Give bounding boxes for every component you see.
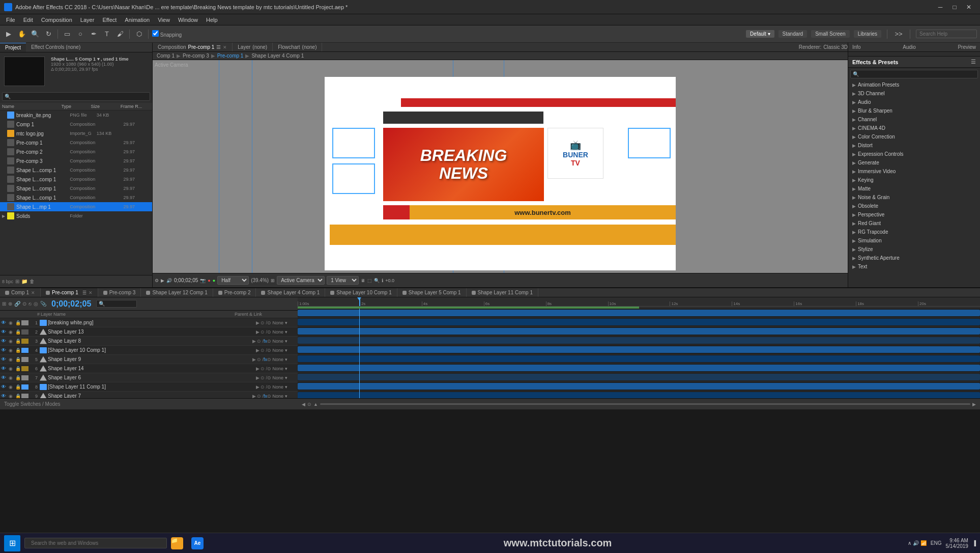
timeline-tab-precomp3[interactable]: Pre-comp 3: [98, 288, 141, 297]
close-button[interactable]: ✕: [962, 0, 976, 14]
layer-row-9[interactable]: 👁 ◉ 🔒 9 Shape Layer 7 ▶ ⊙ / fx ⊙ None ▾: [0, 392, 298, 398]
category-cinema4d[interactable]: ▶ CINEMA 4D: [848, 124, 980, 132]
layer-lock-2[interactable]: 🔒: [14, 329, 21, 335]
list-item[interactable]: Comp 1 Composition 29.97: [0, 120, 152, 129]
layer-lock-5[interactable]: 🔒: [14, 357, 21, 362]
snapshot-btn[interactable]: 📷: [200, 278, 206, 283]
layer-options-1[interactable]: ⊙: [261, 320, 265, 325]
snapping-checkbox[interactable]: [152, 30, 159, 37]
menu-view[interactable]: View: [154, 16, 174, 24]
comp-magnify-btn[interactable]: 🔍: [374, 278, 380, 283]
layer-solo-1[interactable]: ◉: [7, 320, 14, 325]
layer-solo-7[interactable]: ◉: [7, 375, 14, 380]
comp-preview-btn[interactable]: ▶: [161, 278, 164, 283]
layer-visibility-2[interactable]: 👁: [0, 329, 7, 335]
playhead[interactable]: [359, 297, 360, 306]
tl-foot-btn3[interactable]: ▲: [313, 402, 318, 407]
tool-brush[interactable]: 🖌: [114, 29, 126, 40]
menu-help[interactable]: Help: [202, 16, 222, 24]
help-search-input[interactable]: [916, 30, 977, 38]
layer-options-3[interactable]: ⊙: [257, 339, 261, 344]
region-btn[interactable]: ⬚: [367, 278, 372, 283]
tab-info[interactable]: Info: [848, 43, 865, 51]
layer-row-6[interactable]: 👁 ◉ 🔒 6 Shape Layer 14 ▶ ⊙ / ⊙ None ▾: [0, 364, 298, 373]
grid-btn[interactable]: ⊞: [271, 278, 275, 283]
layer-solo-4[interactable]: ◉: [7, 348, 14, 353]
layer-row-7[interactable]: 👁 ◉ 🔒 7 Shape Layer 6 ▶ ⊙ / ⊙ None ▾: [0, 373, 298, 382]
workspace-more[interactable]: >>: [893, 29, 904, 40]
menu-composition[interactable]: Composition: [37, 16, 76, 24]
tool-hand[interactable]: ✋: [16, 29, 27, 40]
breadcrumb-item-precomp1[interactable]: Pre-comp 1: [217, 53, 244, 59]
list-item[interactable]: Shape L...comp 1 Composition 29.97: [0, 193, 152, 202]
layer-solo-3[interactable]: ◉: [7, 339, 14, 344]
comp-tab-close[interactable]: ✕: [223, 45, 227, 50]
layer-options-2[interactable]: ⊙: [261, 329, 265, 335]
layer-row-1[interactable]: 👁 ◉ 🔒 1 [breaking white.png] ▶ ⊙ / ⊙ Non…: [0, 318, 298, 327]
color-picker-btn[interactable]: ●: [208, 278, 210, 283]
category-text[interactable]: ▶ Text: [848, 262, 980, 271]
category-noise-grain[interactable]: ▶ Noise & Grain: [848, 193, 980, 202]
layer-visibility-5[interactable]: 👁: [0, 356, 7, 362]
category-matte[interactable]: ▶ Matte: [848, 184, 980, 193]
layer-row-5[interactable]: 👁 ◉ 🔒 5 Shape Layer 9 ▶ ⊙ / fx ⊙ None ▾: [0, 355, 298, 364]
layer-expand-3[interactable]: ▶: [252, 339, 256, 344]
list-item[interactable]: Pre-comp 3 Composition 29.97: [0, 156, 152, 165]
category-distort[interactable]: ▶ Distort: [848, 141, 980, 150]
render-btn[interactable]: 🖥: [361, 278, 365, 283]
timeline-tab-shapelayer11[interactable]: Shape Layer 11 Comp 1: [467, 288, 538, 297]
taskbar-search-input[interactable]: [24, 538, 167, 548]
tool-rect[interactable]: ▭: [62, 29, 73, 40]
layer-solo-2[interactable]: ◉: [7, 329, 14, 335]
tl-zoom-slider[interactable]: [320, 403, 970, 405]
layer-options-6[interactable]: ⊙: [261, 366, 265, 371]
layer-expand-5[interactable]: ▶: [252, 357, 256, 362]
timeline-tab-shapelayer5[interactable]: Shape Layer 5 Comp 1: [397, 288, 467, 297]
menu-animation[interactable]: Animation: [121, 16, 154, 24]
tl-tb-btn[interactable]: ⊞: [2, 301, 6, 307]
layer-visibility-6[interactable]: 👁: [0, 366, 7, 371]
timeline-tab-shapelayer12[interactable]: Shape Layer 12 Comp 1: [141, 288, 213, 297]
effects-menu-btn[interactable]: ☰: [971, 59, 976, 65]
category-perspective[interactable]: ▶ Perspective: [848, 210, 980, 219]
category-rg-trapcode[interactable]: ▶ RG Trapcode: [848, 228, 980, 236]
category-red-giant[interactable]: ▶ Red Giant: [848, 219, 980, 228]
layer-options-5[interactable]: ⊙: [257, 357, 261, 362]
layer-visibility-7[interactable]: 👁: [0, 375, 7, 380]
layer-expand-8[interactable]: ▶: [256, 384, 260, 390]
category-synthetic-aperture[interactable]: ▶ Synthetic Aperture: [848, 254, 980, 262]
tl-tb-btn[interactable]: ◎: [34, 301, 38, 307]
category-expression-controls[interactable]: ▶ Expression Controls: [848, 150, 980, 158]
layer-lock-7[interactable]: 🔒: [14, 375, 21, 380]
tl-tb-btn[interactable]: ⊗: [8, 301, 12, 307]
taskbar-app-ae[interactable]: Ae: [187, 533, 208, 554]
tl-tb-btn[interactable]: ⊙: [22, 301, 26, 307]
layer-options-4[interactable]: ⊙: [261, 348, 265, 353]
list-item[interactable]: Shape L...comp 1 Composition 29.97: [0, 184, 152, 193]
list-item[interactable]: Shape L...comp 1 Composition 29.97: [0, 165, 152, 175]
layer-options-8[interactable]: ⊙: [261, 384, 265, 390]
layer-expand-9[interactable]: ▶: [252, 394, 256, 399]
tl-foot-right-arrow[interactable]: ▶: [972, 402, 976, 407]
layer-visibility-9[interactable]: 👁: [0, 393, 7, 398]
category-audio[interactable]: ▶ Audio: [848, 98, 980, 106]
tool-zoom[interactable]: 🔍: [30, 29, 41, 40]
tab-project[interactable]: Project: [0, 43, 26, 52]
menu-file[interactable]: File: [2, 16, 19, 24]
workspace-default[interactable]: Default ▾: [746, 30, 774, 38]
timeline-tab-shapelayer4[interactable]: Shape Layer 4 Comp 1: [256, 288, 325, 297]
tool-rotate[interactable]: ↻: [43, 29, 54, 40]
category-color-correction[interactable]: ▶ Color Correction: [848, 132, 980, 141]
taskbar-start-button[interactable]: ⊞: [4, 535, 20, 551]
list-item[interactable]: breakin_ite.png PNG file 34 KB: [0, 110, 152, 120]
quality-select[interactable]: Half Full Quarter: [217, 276, 249, 285]
category-simulation[interactable]: ▶ Simulation: [848, 236, 980, 245]
layer-lock-1[interactable]: 🔒: [14, 320, 21, 325]
tab-composition[interactable]: Composition Pre-comp 1 ☰ ✕: [153, 43, 233, 51]
layer-expand-7[interactable]: ▶: [256, 375, 260, 380]
menu-layer[interactable]: Layer: [76, 16, 99, 24]
list-item[interactable]: Shape L...mp 1 Composition 29.97: [0, 202, 152, 211]
timeline-tab-precomp2[interactable]: Pre-comp 2: [213, 288, 256, 297]
taskbar-show-desktop[interactable]: ▐: [972, 540, 976, 546]
timeline-tab-comp1[interactable]: Comp 1 ✕: [0, 288, 41, 297]
